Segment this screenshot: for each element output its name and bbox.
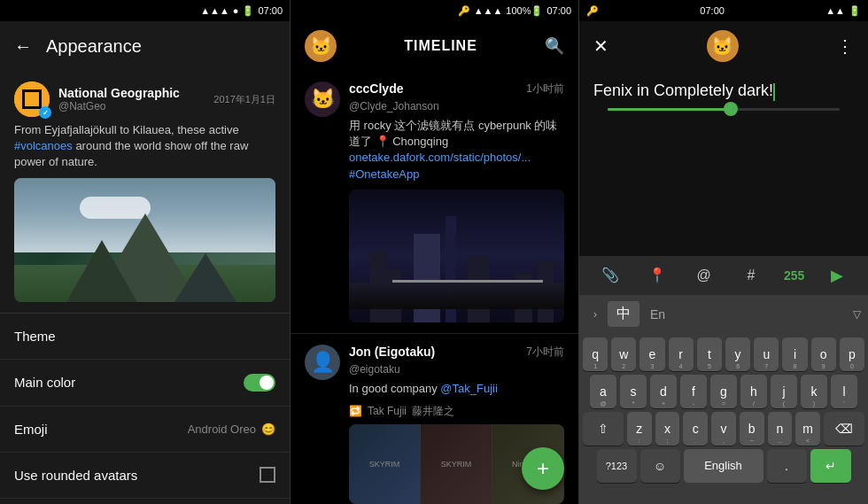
lang-en-btn[interactable]: En bbox=[643, 304, 672, 325]
key-d[interactable]: d+ bbox=[650, 375, 677, 408]
settings-section: Theme Main color Emoji Android Oreo 😊 Us… bbox=[0, 314, 290, 504]
status-time-p1: 07:00 bbox=[258, 5, 283, 16]
retweet-info: 🔁 Tak Fujii 藤井隆之 bbox=[349, 404, 564, 419]
key-period[interactable]: . bbox=[767, 449, 807, 483]
tweet-link-1[interactable]: onetake.dafork.com/static/photos/... bbox=[349, 151, 531, 164]
emoji-label: Emoji bbox=[14, 422, 48, 437]
key-shift[interactable]: ⇧ bbox=[583, 412, 624, 446]
text-cursor bbox=[773, 83, 775, 101]
theme-setting[interactable]: Theme bbox=[0, 314, 290, 360]
compose-fab[interactable]: + bbox=[522, 447, 564, 490]
lang-cn-btn[interactable]: 中 bbox=[608, 301, 639, 327]
emoji-setting[interactable]: Emoji Android Oreo 😊 bbox=[0, 407, 290, 453]
status-bar-p2: 🔑 ▲▲▲ 100%🔋 07:00 bbox=[291, 0, 578, 21]
city-image bbox=[349, 190, 564, 322]
keyboard-toolbar: 📎 📍 @ # 255 ▶ bbox=[579, 256, 868, 295]
emoji-icon: 😊 bbox=[261, 423, 275, 436]
city-scene bbox=[349, 190, 564, 322]
tweet-username-1: cccClyde bbox=[349, 81, 403, 97]
key-123[interactable]: ?123 bbox=[597, 449, 637, 483]
rounded-avatars-setting[interactable]: Use rounded avatars bbox=[0, 453, 290, 499]
key-u[interactable]: u7 bbox=[754, 337, 779, 371]
tweet-handle-2: @eigotaku bbox=[349, 363, 564, 376]
rounded-avatars-label: Use rounded avatars bbox=[14, 468, 137, 483]
skyrim-label-2: SKYRIM bbox=[441, 460, 472, 469]
search-button[interactable]: 🔍 bbox=[545, 36, 564, 56]
key-enter[interactable]: ↵ bbox=[810, 449, 851, 483]
key-m[interactable]: m< bbox=[795, 412, 820, 446]
keyboard: q1 w2 e3 r4 t5 y6 u7 i8 o9 p0 a@ s* d+ f… bbox=[579, 334, 868, 505]
location-button[interactable]: 📍 bbox=[643, 261, 671, 290]
key-j[interactable]: j( bbox=[771, 375, 797, 408]
mention-button[interactable]: @ bbox=[690, 261, 718, 290]
key-a[interactable]: a@ bbox=[590, 375, 616, 408]
char-count: 255 bbox=[784, 268, 804, 283]
key-r[interactable]: r4 bbox=[669, 337, 694, 371]
key-z[interactable]: z: bbox=[627, 412, 652, 446]
tweet-body-1: cccClyde 1小时前 @Clyde_Johanson 用 rocky 这个… bbox=[349, 81, 564, 322]
mention-tak[interactable]: @Tak_Fujii bbox=[440, 382, 498, 395]
main-color-toggle[interactable] bbox=[244, 374, 275, 392]
key-p[interactable]: p0 bbox=[840, 337, 864, 371]
tweets-scroll[interactable]: 🐱 cccClyde 1小时前 @Clyde_Johanson 用 rocky … bbox=[291, 71, 578, 504]
panel-appearance: ▲▲▲ ● 🔋 07:00 ← Appearance ✓ National Ge… bbox=[0, 0, 290, 504]
key-h[interactable]: h/ bbox=[740, 375, 767, 408]
more-button[interactable]: ⋮ bbox=[836, 35, 854, 57]
avatar: ✓ bbox=[14, 81, 50, 117]
key-v[interactable]: v, bbox=[711, 412, 736, 446]
key-english[interactable]: English bbox=[684, 449, 763, 483]
wifi-icon: ● bbox=[233, 5, 239, 16]
key-s[interactable]: s* bbox=[620, 375, 647, 408]
tweet-hashtag-1[interactable]: #OnetakeApp bbox=[349, 167, 420, 181]
key-y[interactable]: y6 bbox=[725, 337, 750, 371]
key-g[interactable]: g= bbox=[710, 375, 737, 408]
hashtag-button[interactable]: # bbox=[737, 261, 765, 290]
main-color-label: Main color bbox=[14, 375, 75, 390]
status-time-p2: 07:00 bbox=[546, 5, 571, 16]
key-n[interactable]: n... bbox=[768, 412, 793, 446]
timeline-avatar[interactable]: 🐱 bbox=[305, 30, 337, 62]
status-bar-p1: ▲▲▲ ● 🔋 07:00 bbox=[0, 0, 290, 21]
key-t[interactable]: t5 bbox=[697, 337, 722, 371]
key-i[interactable]: i8 bbox=[782, 337, 807, 371]
page-title: Appearance bbox=[46, 36, 142, 57]
key-k[interactable]: k) bbox=[801, 375, 827, 408]
send-button[interactable]: ▶ bbox=[823, 261, 851, 290]
key-c[interactable]: c. bbox=[683, 412, 708, 446]
tweet-header: ✓ National Geographic @NatGeo 2017年1月1日 bbox=[14, 81, 275, 117]
key-f[interactable]: f- bbox=[680, 375, 707, 408]
main-color-setting[interactable]: Main color bbox=[0, 360, 290, 407]
tweet-time-1: 1小时前 bbox=[526, 81, 564, 97]
tweet-account-name: National Geographic bbox=[58, 86, 205, 100]
tweet-item-1[interactable]: 🐱 cccClyde 1小时前 @Clyde_Johanson 用 rocky … bbox=[291, 71, 578, 334]
battery-icon: 🔋 bbox=[242, 5, 254, 17]
rounded-avatars-checkbox[interactable] bbox=[260, 467, 275, 483]
tweet-handle: @NatGeo bbox=[58, 100, 205, 112]
compose-user-icon: 🐱 bbox=[711, 35, 733, 57]
tweet-meta-1: cccClyde 1小时前 bbox=[349, 81, 564, 97]
key-emoji[interactable]: ☺ bbox=[640, 449, 680, 483]
key-o[interactable]: o9 bbox=[811, 337, 836, 371]
key-x[interactable]: x; bbox=[655, 412, 680, 446]
building-3 bbox=[414, 234, 440, 322]
back-button[interactable]: ← bbox=[14, 36, 32, 57]
tweet-link[interactable]: #volcanoes bbox=[14, 139, 73, 152]
key-q[interactable]: q1 bbox=[583, 337, 608, 371]
compose-input-area[interactable]: Fenix in Completely dark! bbox=[579, 71, 868, 256]
lang-dropdown[interactable]: ▽ bbox=[853, 308, 861, 321]
tweet-date: 2017年1月1日 bbox=[213, 93, 275, 106]
key-b[interactable]: b~ bbox=[740, 412, 764, 446]
retweet-name1: Tak Fujii bbox=[368, 405, 407, 417]
slider-thumb[interactable] bbox=[724, 102, 738, 116]
key-w[interactable]: w2 bbox=[611, 337, 636, 371]
close-button[interactable]: ✕ bbox=[593, 35, 608, 57]
lang-arrow[interactable]: › bbox=[586, 305, 604, 324]
kb-row-4: ?123 ☺ English . ↵ bbox=[583, 449, 864, 483]
attach-button[interactable]: 📎 bbox=[596, 261, 624, 290]
user-avatar-icon: 🐱 bbox=[310, 35, 332, 57]
key-e[interactable]: e3 bbox=[639, 337, 664, 371]
key-backspace[interactable]: ⌫ bbox=[824, 412, 864, 446]
volcano-left bbox=[66, 240, 137, 302]
key-l[interactable]: l' bbox=[831, 375, 857, 408]
slider-container bbox=[593, 101, 854, 118]
